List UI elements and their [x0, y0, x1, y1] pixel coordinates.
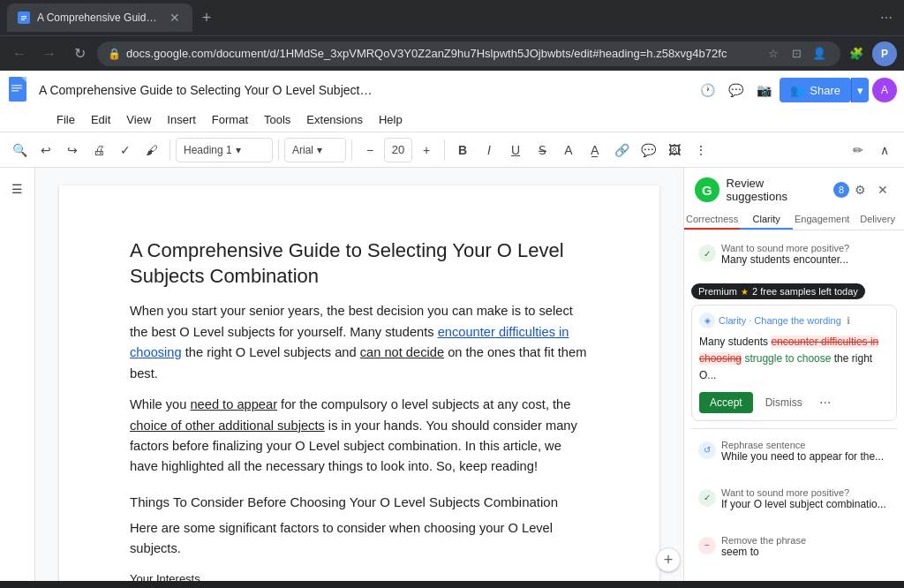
- comment-button[interactable]: 💬: [636, 138, 660, 162]
- suggestion-card-confident-1[interactable]: ✓ Want to sound more confident? Therefor…: [691, 576, 897, 581]
- toolbar-format-section: B I U S̶ A A̲ 🔗 💬 🖼 ⋮: [450, 138, 713, 162]
- text-color-button[interactable]: A̲: [583, 138, 607, 162]
- panel-settings-button[interactable]: ⚙: [849, 179, 870, 200]
- tab-clarity[interactable]: Clarity: [740, 208, 793, 230]
- extensions-button[interactable]: 🧩: [846, 43, 867, 64]
- account-button[interactable]: 👤: [809, 43, 830, 64]
- link-button[interactable]: 🔗: [609, 138, 634, 162]
- doc-header: A Comprehensive Guide to Selecting Your …: [0, 71, 904, 132]
- undo-button[interactable]: ↩: [34, 138, 58, 162]
- tab-title: A Comprehensive Guide to S...: [37, 11, 161, 24]
- suggestion-positive-content: Want to sound more positive? If your O l…: [721, 487, 886, 510]
- panel-close-button[interactable]: ✕: [872, 179, 893, 200]
- premium-star-icon: ★: [741, 287, 749, 297]
- grammarly-header: G Review suggestions 8 ⚙ ✕: [684, 168, 904, 208]
- add-button[interactable]: +: [656, 547, 681, 572]
- bookmark-button[interactable]: ☆: [763, 43, 784, 64]
- dismiss-button[interactable]: Dismiss: [758, 392, 810, 413]
- tab-correctness[interactable]: Correctness: [684, 208, 740, 230]
- paragraph-3: Here are some significant factors to con…: [130, 518, 589, 560]
- paint-format-button[interactable]: 🖌: [139, 138, 164, 162]
- address-bar[interactable]: 🔒 docs.google.com/document/d/1HMdSe_3xpV…: [97, 41, 840, 66]
- toolbar-divider-4: [444, 139, 445, 161]
- bold-button[interactable]: B: [450, 138, 475, 162]
- new-tab-button[interactable]: +: [196, 7, 217, 28]
- highlight-color-button[interactable]: A: [556, 138, 581, 162]
- strikethrough-button[interactable]: S̶: [530, 138, 554, 162]
- suggestion-tabs: Correctness Clarity Engagement Delivery: [684, 208, 904, 230]
- suggestion-card-1[interactable]: ✓ Want to sound more positive? Many stud…: [691, 236, 897, 276]
- search-button[interactable]: 🔍: [7, 138, 32, 162]
- link-encounter[interactable]: encounter difficulties in choosing: [130, 325, 569, 359]
- menu-help[interactable]: Help: [372, 111, 410, 128]
- suggestion-card-rephrase[interactable]: ↺ Rephrase sentence While you need to ap…: [691, 433, 897, 473]
- collapse-toolbar-button[interactable]: ∧: [872, 138, 897, 162]
- tab-delivery[interactable]: Delivery: [851, 208, 904, 230]
- menu-edit[interactable]: Edit: [84, 111, 117, 128]
- suggestion-1-type: Want to sound more positive?: [721, 243, 849, 253]
- menu-tools[interactable]: Tools: [257, 111, 298, 128]
- svg-rect-3: [21, 19, 25, 20]
- clarity-action-row: Accept Dismiss ···: [699, 392, 889, 413]
- accept-button[interactable]: Accept: [699, 392, 753, 413]
- share-button[interactable]: 👥 Share: [780, 78, 851, 102]
- menu-file[interactable]: File: [49, 111, 82, 128]
- suggestion-remove-type: Remove the phrase: [721, 535, 806, 546]
- more-options-suggestions-button[interactable]: ···: [815, 392, 836, 413]
- menu-extensions[interactable]: Extensions: [299, 111, 370, 128]
- font-size-increase-button[interactable]: +: [414, 138, 439, 162]
- user-avatar[interactable]: A: [872, 78, 897, 102]
- doc-top-row: A Comprehensive Guide to Selecting Your …: [0, 71, 904, 109]
- font-size-input[interactable]: [384, 138, 412, 162]
- sidebar-outline-button[interactable]: ☰: [4, 175, 32, 203]
- suggestion-remove-header: − Remove the phrase seem to: [698, 535, 890, 558]
- cast-button[interactable]: ⊡: [786, 43, 807, 64]
- browser-more-button[interactable]: ⋯: [876, 7, 897, 28]
- meeting-button[interactable]: 📷: [751, 78, 776, 102]
- clarity-info-icon[interactable]: ℹ: [847, 315, 850, 327]
- menu-insert[interactable]: Insert: [160, 111, 203, 128]
- pen-mode-button[interactable]: ✏: [846, 138, 870, 162]
- menu-row: File Edit View Insert Format Tools Exten…: [0, 109, 904, 132]
- suggestion-card-remove[interactable]: − Remove the phrase seem to: [691, 528, 897, 569]
- menu-view[interactable]: View: [119, 111, 158, 128]
- profile-avatar[interactable]: P: [872, 41, 897, 66]
- comments-button[interactable]: 💬: [723, 78, 748, 102]
- active-tab[interactable]: A Comprehensive Guide to S... ✕: [7, 4, 192, 32]
- clarity-suggestion-card[interactable]: ◈ Clarity · Change the wording ℹ Many st…: [691, 305, 897, 421]
- tab-engagement[interactable]: Engagement: [793, 208, 851, 230]
- clarity-text-prefix: Many students: [699, 335, 771, 348]
- address-text: docs.google.com/document/d/1HMdSe_3xpVMR…: [126, 47, 757, 60]
- heading-dropdown[interactable]: Heading 1 ▾: [176, 138, 273, 162]
- lock-icon: 🔒: [108, 48, 121, 60]
- premium-badge-area: Premium ★ 2 free samples left today: [691, 283, 897, 299]
- toolbar-divider-2: [278, 139, 279, 161]
- sidebar: ☰: [0, 168, 35, 581]
- clarity-label: Clarity · Change the wording: [719, 315, 841, 326]
- share-dropdown-button[interactable]: ▾: [851, 78, 869, 102]
- font-chevron-icon: ▾: [317, 144, 322, 156]
- font-size-decrease-button[interactable]: −: [358, 138, 382, 162]
- history-button[interactable]: 🕐: [695, 78, 719, 102]
- forward-button[interactable]: →: [37, 41, 62, 66]
- svg-rect-9: [11, 90, 19, 92]
- menu-format[interactable]: Format: [205, 111, 255, 128]
- back-button[interactable]: ←: [7, 41, 32, 66]
- clarity-suggestion-icon: ◈: [699, 313, 715, 328]
- font-dropdown[interactable]: Arial ▾: [284, 138, 346, 162]
- redo-button[interactable]: ↪: [60, 138, 85, 162]
- more-options-button[interactable]: ⋮: [689, 138, 713, 162]
- italic-button[interactable]: I: [477, 138, 501, 162]
- spellcheck-button[interactable]: ✓: [113, 138, 138, 162]
- suggestion-card-positive[interactable]: ✓ Want to sound more positive? If your O…: [691, 480, 897, 521]
- reload-button[interactable]: ↻: [67, 41, 92, 66]
- image-button[interactable]: 🖼: [662, 138, 687, 162]
- print-button[interactable]: 🖨: [87, 138, 111, 162]
- tab-correctness-label: Correctness: [686, 214, 738, 224]
- document-body: When you start your senior years, the be…: [130, 301, 589, 581]
- font-value: Arial: [292, 144, 313, 156]
- svg-rect-7: [11, 85, 22, 87]
- underline-button[interactable]: U: [503, 138, 528, 162]
- tab-close-button[interactable]: ✕: [168, 11, 182, 25]
- suggestion-positive-type: Want to sound more positive?: [721, 487, 886, 498]
